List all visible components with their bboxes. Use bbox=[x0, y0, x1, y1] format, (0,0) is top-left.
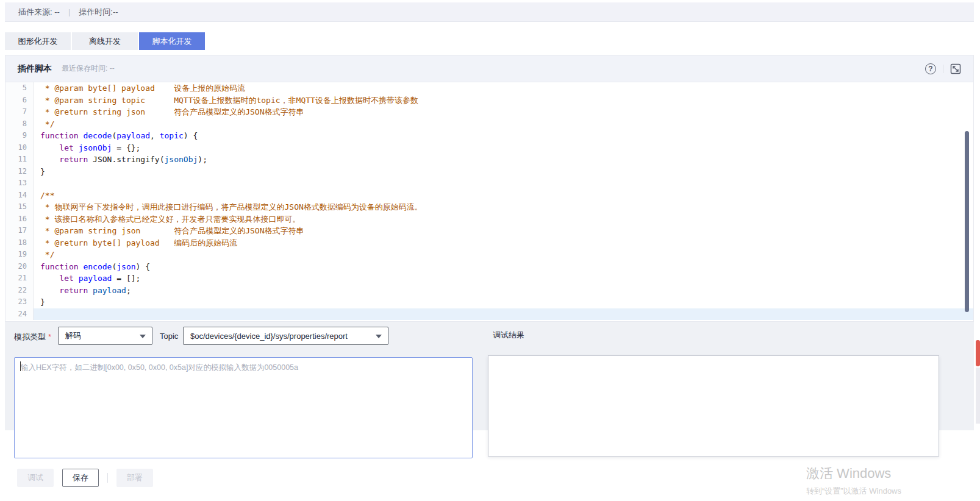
topic-select[interactable]: $oc/devices/{device_id}/sys/properties/r… bbox=[183, 327, 388, 345]
line-number: 8 bbox=[5, 118, 34, 130]
text-caret bbox=[20, 361, 21, 371]
windows-watermark: 激活 Windows 转到“设置”以激活 Windows bbox=[806, 464, 901, 497]
code-text: function decode(payload, topic) { bbox=[34, 130, 973, 142]
line-number: 7 bbox=[5, 106, 34, 118]
tab-offline-dev[interactable]: 离线开发 bbox=[72, 32, 138, 50]
plugin-script-header: 插件脚本 最近保存时间: -- ? bbox=[5, 55, 973, 82]
editor-scrollbar-thumb[interactable] bbox=[965, 131, 969, 312]
sim-type-value: 解码 bbox=[65, 330, 81, 341]
code-line[interactable]: 21 let payload = []; bbox=[5, 272, 973, 285]
code-line[interactable]: 10 let jsonObj = {}; bbox=[5, 142, 973, 154]
topic-label: Topic bbox=[160, 332, 178, 341]
line-number: 13 bbox=[5, 177, 34, 190]
save-button[interactable]: 保存 bbox=[62, 469, 99, 487]
line-number: 23 bbox=[5, 296, 34, 308]
code-line[interactable]: 18 * @return byte[] payload 编码后的原始码流 bbox=[5, 237, 973, 249]
line-number: 17 bbox=[5, 225, 34, 237]
code-editor[interactable]: 5 * @param byte[] payload 设备上报的原始码流6 * @… bbox=[5, 82, 973, 321]
code-line[interactable]: 23} bbox=[5, 296, 973, 308]
code-text: /** bbox=[34, 190, 973, 202]
chevron-down-icon bbox=[376, 335, 382, 338]
code-text: } bbox=[34, 166, 973, 178]
code-line[interactable]: 12} bbox=[5, 166, 973, 178]
line-number: 11 bbox=[5, 154, 34, 166]
plugin-script-panel: 插件脚本 最近保存时间: -- ? 5 * @param byte[] payl… bbox=[5, 55, 974, 322]
code-line[interactable]: 17 * @param string json 符合产品模型定义的JSON格式字… bbox=[5, 225, 973, 237]
code-text: function encode(json) { bbox=[34, 261, 973, 273]
meta-divider: | bbox=[68, 7, 70, 16]
chevron-down-icon bbox=[140, 335, 146, 338]
line-number: 12 bbox=[5, 166, 34, 178]
code-text: * @param byte[] payload 设备上报的原始码流 bbox=[34, 82, 973, 94]
code-line[interactable]: 14/** bbox=[5, 190, 973, 202]
debug-result-panel bbox=[488, 355, 939, 457]
code-text bbox=[34, 177, 973, 190]
watermark-line2: 转到“设置”以激活 Windows bbox=[806, 486, 901, 497]
sim-type-label: 模拟类型* bbox=[14, 332, 51, 343]
code-text: */ bbox=[34, 249, 973, 261]
code-text: return JSON.stringify(jsonObj); bbox=[34, 154, 973, 166]
line-number: 5 bbox=[5, 82, 34, 94]
code-line[interactable]: 9function decode(payload, topic) { bbox=[5, 130, 973, 142]
line-number: 6 bbox=[5, 94, 34, 107]
code-text: return payload; bbox=[34, 285, 973, 297]
line-number: 22 bbox=[5, 285, 34, 297]
line-number: 14 bbox=[5, 190, 34, 202]
tab-script-dev[interactable]: 脚本化开发 bbox=[139, 32, 205, 50]
debug-result-label: 调试结果 bbox=[493, 330, 524, 341]
code-text: * @return string json 符合产品模型定义的JSON格式字符串 bbox=[34, 106, 973, 118]
code-text: * @param string topic MQTT设备上报数据时的topic，… bbox=[34, 94, 973, 107]
deploy-button[interactable]: 部署 bbox=[116, 469, 153, 487]
code-line[interactable]: 8 */ bbox=[5, 118, 973, 130]
line-number: 21 bbox=[5, 272, 34, 285]
tab-graphical-dev[interactable]: 图形化开发 bbox=[5, 32, 71, 50]
line-number: 19 bbox=[5, 249, 34, 261]
code-line[interactable]: 19 */ bbox=[5, 249, 973, 261]
line-number: 24 bbox=[5, 308, 34, 321]
code-line[interactable]: 22 return payload; bbox=[5, 285, 973, 297]
code-text: } bbox=[34, 296, 973, 308]
sim-type-select[interactable]: 解码 bbox=[58, 327, 152, 345]
code-text: * 该接口名称和入参格式已经定义好，开发者只需要实现具体接口即可。 bbox=[34, 213, 973, 226]
debug-button[interactable]: 调试 bbox=[17, 469, 54, 487]
plugin-source-text: 插件来源: -- bbox=[18, 7, 60, 18]
required-mark: * bbox=[48, 332, 51, 341]
watermark-line1: 激活 Windows bbox=[806, 464, 901, 483]
code-text: * @param string json 符合产品模型定义的JSON格式字符串 bbox=[34, 225, 973, 237]
code-text: */ bbox=[34, 118, 973, 130]
code-line[interactable]: 20function encode(json) { bbox=[5, 261, 973, 273]
line-number: 18 bbox=[5, 237, 34, 249]
help-icon[interactable]: ? bbox=[925, 63, 936, 74]
line-number: 16 bbox=[5, 213, 34, 226]
panel-title: 插件脚本 bbox=[18, 63, 52, 74]
code-text: let payload = []; bbox=[34, 272, 973, 285]
footer-actions: 调试 保存 部署 bbox=[17, 469, 153, 487]
fullscreen-icon[interactable] bbox=[950, 63, 961, 74]
code-line[interactable]: 7 * @return string json 符合产品模型定义的JSON格式字… bbox=[5, 106, 973, 118]
code-text: let jsonObj = {}; bbox=[34, 142, 973, 154]
code-line[interactable]: 16 * 该接口名称和入参格式已经定义好，开发者只需要实现具体接口即可。 bbox=[5, 213, 973, 226]
icon-divider bbox=[943, 65, 943, 73]
operation-time-text: 操作时间:-- bbox=[79, 7, 118, 18]
line-number: 9 bbox=[5, 130, 34, 142]
code-text: * @return byte[] payload 编码后的原始码流 bbox=[34, 237, 973, 249]
code-line[interactable]: 11 return JSON.stringify(jsonObj); bbox=[5, 154, 973, 166]
last-saved-text: 最近保存时间: -- bbox=[62, 63, 115, 74]
code-text bbox=[34, 308, 973, 321]
hex-input[interactable] bbox=[14, 357, 473, 458]
line-number: 15 bbox=[5, 201, 34, 213]
button-separator bbox=[107, 473, 108, 483]
page-scrollbar-thumb[interactable] bbox=[976, 340, 980, 366]
plugin-meta-bar: 插件来源: -- | 操作时间:-- bbox=[5, 2, 974, 22]
code-text: * 物联网平台下发指令时，调用此接口进行编码，将产品模型定义的JSON格式数据编… bbox=[34, 201, 973, 213]
code-line[interactable]: 24 bbox=[5, 308, 973, 321]
dev-mode-tabs: 图形化开发离线开发脚本化开发 bbox=[5, 32, 205, 50]
code-line[interactable]: 15 * 物联网平台下发指令时，调用此接口进行编码，将产品模型定义的JSON格式… bbox=[5, 201, 973, 213]
line-number: 10 bbox=[5, 142, 34, 154]
topic-value: $oc/devices/{device_id}/sys/properties/r… bbox=[190, 332, 348, 341]
page-scrollbar-track[interactable] bbox=[976, 368, 980, 424]
code-line[interactable]: 6 * @param string topic MQTT设备上报数据时的topi… bbox=[5, 94, 973, 107]
code-line[interactable]: 5 * @param byte[] payload 设备上报的原始码流 bbox=[5, 82, 973, 94]
line-number: 20 bbox=[5, 261, 34, 273]
code-line[interactable]: 13 bbox=[5, 177, 973, 190]
